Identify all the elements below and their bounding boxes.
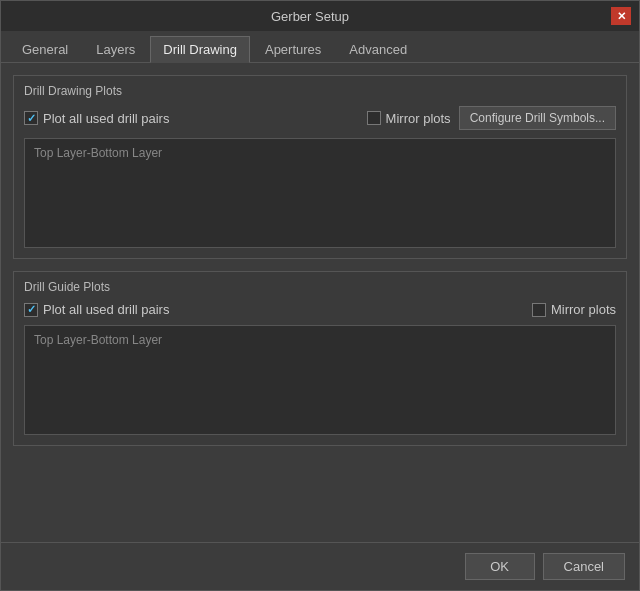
drill-drawing-plots-section: Drill Drawing Plots Plot all used drill … (13, 75, 627, 259)
tab-drill-drawing[interactable]: Drill Drawing (150, 36, 250, 63)
plot-all-checkbox-box-2[interactable] (24, 303, 38, 317)
tab-general[interactable]: General (9, 36, 81, 63)
dialog: Gerber Setup ✕ General Layers Drill Draw… (0, 0, 640, 591)
dialog-title: Gerber Setup (9, 9, 611, 24)
mirror-label-1: Mirror plots (386, 111, 451, 126)
ok-button[interactable]: OK (465, 553, 535, 580)
main-content: Drill Drawing Plots Plot all used drill … (1, 63, 639, 542)
drill-drawing-list-1[interactable]: Top Layer-Bottom Layer (24, 138, 616, 248)
tab-layers[interactable]: Layers (83, 36, 148, 63)
list-item: Top Layer-Bottom Layer (29, 330, 611, 350)
footer: OK Cancel (1, 542, 639, 590)
drill-drawing-plots-title: Drill Drawing Plots (24, 84, 616, 98)
drill-guide-list-2[interactable]: Top Layer-Bottom Layer (24, 325, 616, 435)
drill-guide-plots-section: Drill Guide Plots Plot all used drill pa… (13, 271, 627, 446)
configure-drill-symbols-button[interactable]: Configure Drill Symbols... (459, 106, 616, 130)
title-bar: Gerber Setup ✕ (1, 1, 639, 31)
mirror-checkbox-2[interactable] (532, 303, 546, 317)
mirror-label-2: Mirror plots (551, 302, 616, 317)
plot-all-checkbox-1[interactable]: Plot all used drill pairs (24, 111, 169, 126)
plot-all-label-2: Plot all used drill pairs (43, 302, 169, 317)
mirror-group-2: Mirror plots (532, 302, 616, 317)
list-item: Top Layer-Bottom Layer (29, 143, 611, 163)
plot-all-checkbox-2[interactable]: Plot all used drill pairs (24, 302, 169, 317)
tab-advanced[interactable]: Advanced (336, 36, 420, 63)
tab-apertures[interactable]: Apertures (252, 36, 334, 63)
cancel-button[interactable]: Cancel (543, 553, 625, 580)
tab-bar: General Layers Drill Drawing Apertures A… (1, 31, 639, 63)
drill-guide-controls-row: Plot all used drill pairs Mirror plots (24, 302, 616, 317)
mirror-checkbox-1[interactable] (367, 111, 381, 125)
drill-drawing-controls-row: Plot all used drill pairs Mirror plots C… (24, 106, 616, 130)
mirror-group-1: Mirror plots (367, 111, 451, 126)
close-button[interactable]: ✕ (611, 7, 631, 25)
drill-guide-plots-title: Drill Guide Plots (24, 280, 616, 294)
plot-all-label-1: Plot all used drill pairs (43, 111, 169, 126)
plot-all-checkbox-box-1[interactable] (24, 111, 38, 125)
